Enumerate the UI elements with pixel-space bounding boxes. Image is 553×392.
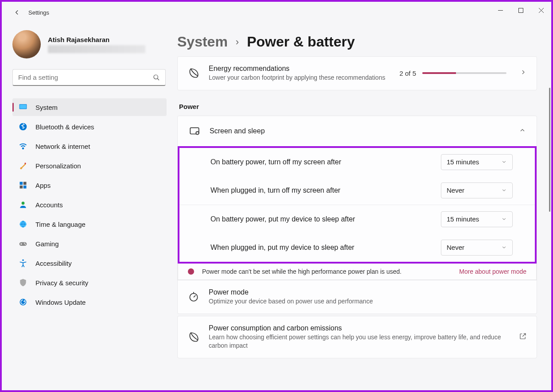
chevron-down-icon [501,159,507,165]
bluetooth-icon [19,122,27,131]
sidebar-item-label: Gaming [35,240,59,248]
sidebar-item-bluetooth[interactable]: Bluetooth & devices [12,118,167,136]
sidebar-item-gaming[interactable]: Gaming [12,235,167,252]
progress-bar [422,72,506,74]
chevron-right-icon [520,69,527,78]
setting-row-sleep-battery: On battery power, put my device to sleep… [179,205,535,233]
setting-label: On battery power, turn off my screen aft… [210,158,441,166]
titlebar: Settings [2,2,551,23]
card-title: Power mode [209,288,527,296]
arrow-left-icon [13,8,21,16]
sidebar-item-label: Time & language [35,221,86,228]
svg-rect-3 [20,105,27,109]
svg-point-19 [196,132,199,135]
card-title: Power consumption and carbon emissions [209,324,506,332]
close-button[interactable] [531,3,551,17]
maximize-icon [518,8,523,13]
leaf-icon [187,67,200,79]
sidebar-item-update[interactable]: Windows Update [12,293,167,311]
svg-point-11 [22,202,25,205]
card-title: Energy recommendations [209,65,390,73]
select-screen-battery[interactable]: 15 minutes [441,154,513,170]
chevron-down-icon [501,187,507,193]
info-dot-icon [188,268,194,275]
svg-point-20 [190,294,197,301]
breadcrumb: System › Power & battery [177,34,537,50]
sidebar-item-network[interactable]: Network & internet [12,137,167,155]
close-icon [539,8,544,13]
avatar [12,30,41,58]
shield-icon [19,278,27,287]
screen-sleep-header[interactable]: Screen and sleep [178,116,537,146]
sidebar: Atish Rajasekharan System Bluetooth & de… [2,23,170,390]
select-value: Never [447,186,464,194]
scrollbar[interactable] [549,88,550,212]
minimize-button[interactable] [490,3,510,17]
svg-rect-8 [23,182,27,185]
select-value: Never [447,244,464,251]
svg-point-1 [154,75,158,79]
sidebar-item-label: Accounts [35,201,63,209]
select-screen-plugged[interactable]: Never [441,182,513,198]
sidebar-item-time-language[interactable]: Time & language [12,215,167,233]
select-value: 15 minutes [447,215,479,223]
svg-point-14 [24,243,25,244]
power-mode-row: Power mode Optimize your device based on… [178,280,537,314]
energy-recommendations-card[interactable]: Energy recommendations Lower your carbon… [177,56,537,90]
profile-block[interactable]: Atish Rajasekharan [12,30,167,58]
profile-name: Atish Rajasekharan [48,36,145,43]
select-sleep-plugged[interactable]: Never [441,240,513,256]
maximize-button[interactable] [510,3,531,17]
svg-rect-7 [20,182,23,185]
titlebar-title: Settings [28,9,49,16]
sidebar-item-privacy[interactable]: Privacy & security [12,274,167,291]
setting-label: On battery power, put my device to sleep… [210,215,441,223]
sidebar-item-label: Bluetooth & devices [35,123,94,131]
carbon-card[interactable]: Power consumption and carbon emissions L… [177,316,537,358]
update-icon [19,298,27,307]
screen-sleep-settings-highlight: On battery power, turn off my screen aft… [178,146,537,264]
sidebar-item-label: Windows Update [35,299,86,306]
setting-row-screen-battery: On battery power, turn off my screen aft… [179,148,535,176]
search-box[interactable] [12,69,166,86]
external-link-icon [519,332,527,342]
sidebar-item-accessibility[interactable]: Accessibility [12,254,167,272]
leaf-icon [187,331,200,343]
screen-icon [188,125,201,137]
setting-row-sleep-plugged: When plugged in, put my device to sleep … [179,233,535,262]
banner-text: Power mode can't be set while the high p… [202,268,401,275]
sidebar-item-apps[interactable]: Apps [12,176,167,194]
profile-email-blurred [48,45,145,53]
svg-point-16 [22,260,24,261]
gamepad-icon [19,239,27,248]
svg-rect-0 [518,8,523,12]
power-mode-banner: Power mode can't be set while the high p… [178,264,537,280]
card-subtitle: Lower your carbon footprint by applying … [209,74,390,82]
sidebar-item-label: Network & internet [35,143,90,150]
wifi-icon [19,142,27,151]
search-input[interactable] [18,74,153,81]
sidebar-item-label: Apps [35,182,51,189]
globe-icon [19,220,27,229]
chevron-down-icon [501,245,507,250]
svg-rect-10 [23,186,27,189]
grid-icon [19,181,27,190]
sidebar-item-accounts[interactable]: Accounts [12,196,167,213]
card-subtitle: Learn how choosing efficient power setti… [209,333,506,350]
svg-rect-9 [20,186,23,189]
breadcrumb-parent[interactable]: System [177,34,228,50]
power-mode-icon [187,291,200,303]
chevron-down-icon [501,216,507,222]
banner-link[interactable]: More about power mode [459,268,526,275]
svg-point-6 [24,163,26,164]
chevron-up-icon [519,127,526,136]
sidebar-item-system[interactable]: System [12,98,167,116]
sidebar-item-label: System [35,104,58,111]
back-button[interactable] [7,3,27,22]
sidebar-item-label: Accessibility [35,260,72,267]
svg-point-15 [25,244,26,245]
accessibility-icon [19,259,27,268]
sidebar-item-personalization[interactable]: Personalization [12,157,167,175]
card-title: Screen and sleep [210,127,506,135]
select-sleep-battery[interactable]: 15 minutes [441,211,513,227]
